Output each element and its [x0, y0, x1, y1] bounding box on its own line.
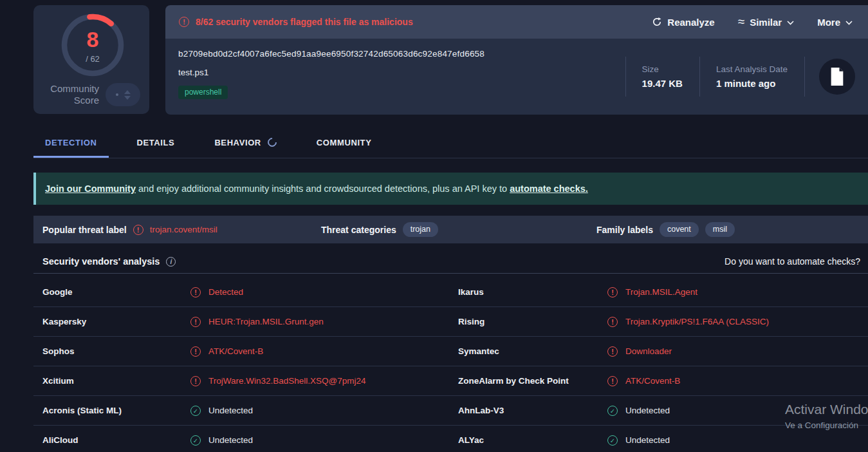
family-labels-label: Family labels — [596, 225, 653, 235]
threat-summary-bar: Popular threat label ! trojan.covent/msi… — [33, 216, 868, 243]
more-button[interactable]: More — [817, 17, 853, 28]
reanalyze-icon — [652, 17, 662, 27]
detected-icon: ! — [607, 317, 618, 327]
undetected-icon: ✓ — [607, 435, 618, 446]
report-tabs: DETECTION DETAILS BEHAVIOR COMMUNITY — [33, 129, 868, 158]
vendor-result: ! ATK/Covent-B — [607, 376, 868, 386]
table-row: Kaspersky ! HEUR:Trojan.MSIL.Grunt.gen R… — [33, 307, 868, 337]
table-row: AliCloud ✓ Undetected ALYac ✓ Undetected — [33, 426, 868, 452]
file-info-card: b2709ebd0d2cf4007a6fec5ed91aa9ee6950f327… — [165, 39, 868, 115]
vendor-name: Kaspersky — [42, 317, 190, 326]
vendor-name: Google — [42, 287, 190, 297]
detected-icon: ! — [607, 376, 618, 386]
popular-threat-label: Popular threat label — [42, 225, 127, 235]
vendor-result: ! Detected — [190, 287, 458, 297]
vendor-name: Ikarus — [458, 287, 607, 297]
undetected-icon: ✓ — [190, 435, 201, 446]
alert-text: 8/62 security vendors flagged this file … — [196, 17, 413, 27]
file-type-tag[interactable]: powershell — [178, 86, 228, 99]
undetected-icon: ✓ — [190, 406, 201, 416]
vendor-result: ! HEUR:Trojan.MSIL.Grunt.gen — [190, 317, 458, 327]
vendor-name: AliCloud — [42, 435, 190, 445]
threat-categories-label: Threat categories — [321, 225, 396, 235]
vendors-analysis-header: Security vendors' analysis i Do you want… — [33, 250, 868, 274]
vendor-result: ! Trojan.Kryptik/PS!1.F6AA (CLASSIC) — [607, 317, 868, 327]
popular-threat-value[interactable]: trojan.covent/msil — [150, 225, 217, 234]
chevron-down-icon — [845, 21, 853, 25]
file-report-header: ! 8/62 security vendors flagged this fil… — [165, 5, 868, 115]
vote-dot-icon — [116, 93, 118, 96]
join-community-banner: Join our Community and enjoy additional … — [33, 173, 868, 205]
detected-icon: ! — [607, 346, 618, 357]
vendor-name: Sophos — [42, 346, 190, 356]
table-row: Google ! Detected Ikarus ! Trojan.MSIL.A… — [33, 278, 868, 307]
vendor-name: Symantec — [458, 346, 607, 356]
vendor-name: ZoneAlarm by Check Point — [458, 376, 607, 386]
reanalyze-button[interactable]: Reanalyze — [652, 17, 714, 28]
malicious-alert-bar: ! 8/62 security vendors flagged this fil… — [165, 5, 868, 39]
score-total: / 62 — [59, 54, 126, 64]
vendor-result: ! Trojan.MSIL.Agent — [607, 287, 868, 297]
chevron-down-icon — [787, 21, 794, 25]
community-score-card: 8 / 62 Community Score — [33, 5, 149, 114]
tab-behavior[interactable]: BEHAVIOR — [203, 129, 288, 158]
file-size-block: Size 19.47 KB — [626, 64, 699, 89]
undetected-icon: ✓ — [607, 406, 618, 416]
join-community-link[interactable]: Join our Community — [45, 184, 136, 194]
vendors-analysis-title: Security vendors' analysis — [42, 256, 160, 267]
table-row: Xcitium ! TrojWare.Win32.BadShell.XSQ@7p… — [33, 366, 868, 396]
family-label-pill[interactable]: covent — [660, 222, 699, 237]
vendor-results-table: Google ! Detected Ikarus ! Trojan.MSIL.A… — [33, 278, 868, 452]
automate-checks-link[interactable]: automate checks. — [510, 184, 588, 194]
detected-icon: ! — [190, 317, 201, 327]
last-analysis-value: 1 minute ago — [716, 78, 788, 89]
score-value: 8 — [59, 27, 126, 52]
detected-icon: ! — [190, 287, 201, 297]
file-name: test.ps1 — [178, 68, 485, 77]
tab-details[interactable]: DETAILS — [125, 129, 187, 158]
file-hash: b2709ebd0d2cf4007a6fec5ed91aa9ee6950f327… — [178, 49, 485, 59]
table-row: Sophos ! ATK/Covent-B Symantec ! Downloa… — [33, 337, 868, 366]
vendor-name: Xcitium — [42, 376, 190, 386]
alert-warning-icon: ! — [179, 17, 189, 27]
vendor-name: Acronis (Static ML) — [42, 406, 190, 415]
community-score-label: Community Score — [44, 83, 99, 106]
vendor-result: ! TrojWare.Win32.BadShell.XSQ@7pmj24 — [190, 376, 458, 386]
similar-icon: ≈ — [738, 19, 744, 25]
detected-icon: ! — [190, 376, 201, 386]
divider — [804, 57, 805, 97]
tab-detection[interactable]: DETECTION — [33, 129, 109, 158]
file-size-value: 19.47 KB — [642, 78, 683, 89]
similar-button[interactable]: ≈ Similar — [738, 17, 794, 28]
vendor-name: ALYac — [458, 435, 607, 445]
detection-score-gauge: 8 / 62 — [59, 12, 126, 79]
vote-arrows-icon — [124, 90, 131, 100]
banner-text: and enjoy additional community insights … — [136, 184, 510, 194]
document-icon — [829, 68, 845, 86]
vendor-result: ! Downloader — [607, 346, 868, 357]
detected-icon: ! — [607, 287, 618, 297]
vendor-result: ✓ Undetected — [607, 406, 868, 416]
vendor-result: ! ATK/Covent-B — [190, 346, 458, 357]
loading-spinner-icon — [266, 136, 279, 149]
family-label-pill[interactable]: msil — [705, 222, 735, 237]
threat-warning-icon: ! — [133, 225, 143, 235]
tab-community[interactable]: COMMUNITY — [305, 129, 383, 158]
vendor-result: ✓ Undetected — [607, 435, 868, 446]
vendor-result: ✓ Undetected — [190, 406, 458, 416]
last-analysis-block: Last Analysis Date 1 minute ago — [700, 64, 804, 89]
vendor-name: Rising — [458, 317, 607, 326]
vendor-result: ✓ Undetected — [190, 435, 458, 446]
vendor-name: AhnLab-V3 — [458, 406, 607, 415]
table-row: Acronis (Static ML) ✓ Undetected AhnLab-… — [33, 396, 868, 426]
threat-category-pill[interactable]: trojan — [403, 222, 438, 237]
community-vote-widget[interactable] — [106, 83, 140, 106]
automate-checks-prompt[interactable]: Do you want to automate checks? — [725, 256, 860, 267]
info-icon[interactable]: i — [166, 257, 176, 267]
file-type-badge — [819, 59, 855, 95]
detected-icon: ! — [190, 346, 201, 357]
